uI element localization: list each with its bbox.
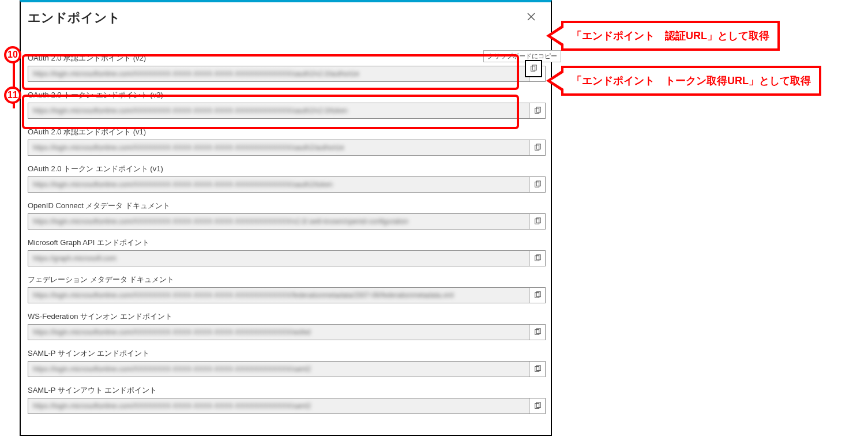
endpoint-url-field[interactable]: https://login.microsoftonline.com/XXXXXX… [28, 398, 529, 414]
step-badge-10: 10 [4, 46, 21, 63]
endpoint-url-value: https://login.microsoftonline.com/XXXXXX… [33, 180, 333, 189]
endpoint-url-value: https://login.microsoftonline.com/XXXXXX… [33, 107, 348, 115]
endpoint-url-field[interactable]: https://login.microsoftonline.com/XXXXXX… [28, 287, 529, 303]
copy-icon [533, 217, 542, 225]
endpoint-url-field[interactable]: https://login.microsoftonline.com/XXXXXX… [28, 66, 529, 82]
endpoint-url-value: https://login.microsoftonline.com/XXXXXX… [33, 402, 311, 410]
endpoint-label: OAuth 2.0 承認エンドポイント (v1) [28, 127, 546, 137]
endpoint-label: SAML-P サインアウト エンドポイント [28, 385, 546, 396]
endpoint-item: OAuth 2.0 承認エンドポイント (v2)https://login.mi… [28, 53, 546, 82]
callout-token-url: 「エンドポイント トークン取得URL」として取得 [561, 66, 821, 96]
endpoint-url-field[interactable]: https://graph.microsoft.com [28, 250, 529, 266]
copy-icon [533, 402, 542, 410]
dialog-title: エンドポイント [28, 9, 121, 27]
endpoint-label: Microsoft Graph API エンドポイント [28, 238, 546, 248]
endpoint-url-field[interactable]: https://login.microsoftonline.com/XXXXXX… [28, 361, 529, 377]
endpoint-item: SAML-P サインオン エンドポイントhttps://login.micros… [28, 348, 546, 377]
endpoint-url-field[interactable]: https://login.microsoftonline.com/XXXXXX… [28, 324, 529, 340]
endpoint-row: https://graph.microsoft.com [28, 250, 546, 266]
endpoint-row: https://login.microsoftonline.com/XXXXXX… [28, 398, 546, 414]
endpoint-item: フェデレーション メタデータ ドキュメントhttps://login.micro… [28, 274, 546, 303]
endpoint-item: WS-Federation サインオン エンドポイントhttps://login… [28, 311, 546, 340]
endpoint-item: OAuth 2.0 トークン エンドポイント (v1)https://login… [28, 164, 546, 193]
endpoint-row: https://login.microsoftonline.com/XXXXXX… [28, 324, 546, 340]
endpoint-url-value: https://login.microsoftonline.com/XXXXXX… [33, 328, 311, 336]
copy-icon [529, 65, 538, 73]
endpoint-url-value: https://login.microsoftonline.com/XXXXXX… [33, 70, 359, 78]
copy-button[interactable] [529, 287, 546, 303]
endpoint-row: https://login.microsoftonline.com/XXXXXX… [28, 103, 546, 119]
endpoint-item: Microsoft Graph API エンドポイントhttps://graph… [28, 238, 546, 266]
copy-button[interactable] [529, 250, 546, 266]
copy-button[interactable] [529, 176, 546, 193]
endpoint-item: OAuth 2.0 トークン エンドポイント (v2)https://login… [28, 90, 546, 119]
callout-auth-url: 「エンドポイント 認証URL」として取得 [561, 21, 780, 51]
endpoint-url-value: https://login.microsoftonline.com/XXXXXX… [33, 144, 344, 152]
endpoint-row: https://login.microsoftonline.com/XXXXXX… [28, 176, 546, 193]
copy-button[interactable] [529, 398, 546, 414]
copy-button[interactable] [529, 103, 546, 119]
endpoint-url-value: https://login.microsoftonline.com/XXXXXX… [33, 217, 408, 225]
endpoints-list: OAuth 2.0 承認エンドポイント (v2)https://login.mi… [28, 53, 546, 422]
endpoints-dialog: エンドポイント OAuth 2.0 承認エンドポイント (v2)https://… [20, 0, 552, 436]
endpoint-url-field[interactable]: https://login.microsoftonline.com/XXXXXX… [28, 176, 529, 193]
endpoint-label: フェデレーション メタデータ ドキュメント [28, 274, 546, 285]
copy-button[interactable] [529, 324, 546, 340]
dialog-header: エンドポイント [21, 2, 551, 36]
endpoint-row: https://login.microsoftonline.com/XXXXXX… [28, 287, 546, 303]
endpoint-item: OpenID Connect メタデータ ドキュメントhttps://login… [28, 201, 546, 230]
endpoint-url-field[interactable]: https://login.microsoftonline.com/XXXXXX… [28, 103, 529, 119]
endpoint-url-field[interactable]: https://login.microsoftonline.com/XXXXXX… [28, 213, 529, 230]
endpoint-label: OAuth 2.0 承認エンドポイント (v2) [28, 53, 546, 63]
endpoint-item: SAML-P サインアウト エンドポイントhttps://login.micro… [28, 385, 546, 414]
copy-button-first-highlighted[interactable] [525, 60, 542, 77]
endpoint-item: OAuth 2.0 承認エンドポイント (v1)https://login.mi… [28, 127, 546, 156]
endpoint-label: OAuth 2.0 トークン エンドポイント (v2) [28, 90, 546, 100]
copy-icon [533, 365, 542, 373]
endpoint-url-value: https://login.microsoftonline.com/XXXXXX… [33, 291, 454, 299]
copy-icon [533, 144, 542, 152]
copy-icon [533, 180, 542, 189]
endpoint-row: https://login.microsoftonline.com/XXXXXX… [28, 140, 546, 156]
endpoint-url-field[interactable]: https://login.microsoftonline.com/XXXXXX… [28, 140, 529, 156]
endpoint-row: https://login.microsoftonline.com/XXXXXX… [28, 213, 546, 230]
endpoint-label: OAuth 2.0 トークン エンドポイント (v1) [28, 164, 546, 174]
endpoint-row: https://login.microsoftonline.com/XXXXXX… [28, 66, 546, 82]
endpoint-url-value: https://graph.microsoft.com [33, 254, 117, 262]
copy-icon [533, 107, 542, 115]
endpoint-label: OpenID Connect メタデータ ドキュメント [28, 201, 546, 211]
copy-button[interactable] [529, 140, 546, 156]
endpoint-label: SAML-P サインオン エンドポイント [28, 348, 546, 359]
page: エンドポイント OAuth 2.0 承認エンドポイント (v2)https://… [0, 0, 868, 440]
close-button[interactable] [525, 11, 540, 26]
close-icon [525, 11, 537, 22]
step-badge-11: 11 [4, 87, 21, 104]
endpoint-url-value: https://login.microsoftonline.com/XXXXXX… [33, 365, 311, 373]
copy-icon [533, 328, 542, 336]
endpoint-row: https://login.microsoftonline.com/XXXXXX… [28, 361, 546, 377]
copy-icon [533, 291, 542, 299]
copy-button[interactable] [529, 213, 546, 230]
copy-tooltip: クリップボードにコピー [483, 50, 561, 62]
copy-icon [533, 254, 542, 262]
endpoint-label: WS-Federation サインオン エンドポイント [28, 311, 546, 322]
copy-button[interactable] [529, 361, 546, 377]
